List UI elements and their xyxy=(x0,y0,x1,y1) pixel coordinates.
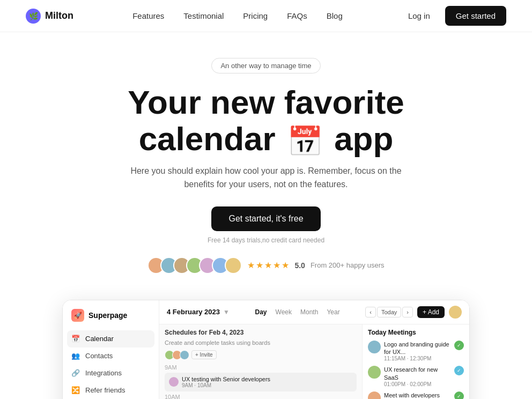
time-10am: 10AM xyxy=(165,394,357,399)
hero-title-line1: Your new favorite xyxy=(128,84,404,121)
calendar-header: Schedules for Feb 4, 2023 xyxy=(165,329,357,336)
event-title-1: UX testing with Senior developers xyxy=(182,376,352,382)
meeting-avatar-1 xyxy=(368,341,381,353)
hero-title: Your new favorite calendar 📅 app xyxy=(26,84,506,158)
event-time-1: 9AM · 10AM xyxy=(182,382,352,388)
rating-value: 5.0 xyxy=(294,261,305,270)
hero-cta-note: Free 14 days trials,no credit card neede… xyxy=(26,237,506,244)
topbar-right: ‹ Today › + Add xyxy=(365,306,462,319)
meeting-item-3: Meet with developers about UI... 05:10PM… xyxy=(368,391,464,399)
sidebar-logo-text: Superpage xyxy=(88,311,127,320)
integrations-icon: 🔗 xyxy=(71,369,80,378)
hero-title-line2: calendar xyxy=(139,120,276,157)
add-button[interactable]: + Add xyxy=(417,306,445,318)
sidebar-item-contacts[interactable]: 👥 Contacts xyxy=(63,348,159,365)
meetings-column: Today Meetings Logo and branding guide f… xyxy=(362,324,469,399)
hero-subtitle: Here you should explain how cool your ap… xyxy=(127,164,405,191)
today-button[interactable]: Today xyxy=(377,307,401,317)
calendar-column: Schedules for Feb 4, 2023 Create and com… xyxy=(159,324,362,399)
time-9am: 9AM xyxy=(165,364,357,371)
meeting-item-2: UX research for new SaaS 01:00PM · 02:00… xyxy=(368,366,464,387)
star-3: ★ xyxy=(264,260,272,270)
view-week-button[interactable]: Week xyxy=(272,307,295,317)
meeting-info-1: Logo and branding guide for UX... 11:15A… xyxy=(384,341,451,362)
meeting-info-2: UX research for new SaaS 01:00PM · 02:00… xyxy=(384,366,451,387)
event-ux-testing[interactable]: UX testing with Senior developers 9AM · … xyxy=(165,373,357,391)
user-avatar xyxy=(449,306,462,319)
meeting-avatar-3 xyxy=(368,391,381,399)
navbar: 🌿 Milton Features Testimonial Pricing FA… xyxy=(0,0,532,32)
get-started-button[interactable]: Get started xyxy=(445,6,506,26)
refer-icon: 🔀 xyxy=(71,386,80,395)
app-window: 🚀 Superpage 📅 Calendar 👥 Contacts 🔗 Inte… xyxy=(62,300,470,399)
meeting-title-3: Meet with developers about UI... xyxy=(384,391,451,399)
view-day-button[interactable]: Day xyxy=(252,307,270,317)
calendar-sub: Create and complete tasks using boards xyxy=(165,339,357,346)
calendar-invite: + Invite xyxy=(165,350,357,360)
meeting-time-2: 01:00PM · 02:00PM xyxy=(384,381,451,387)
meeting-title-1: Logo and branding guide for UX... xyxy=(384,341,451,356)
star-1: ★ xyxy=(247,260,255,270)
meeting-status-2: ✓ xyxy=(454,366,464,375)
next-button[interactable]: › xyxy=(402,307,413,317)
meeting-status-1: ✓ xyxy=(454,341,464,350)
hero-cta-button[interactable]: Get started, it's free xyxy=(211,206,320,231)
sidebar-label-integrations: Integrations xyxy=(85,369,122,377)
happy-users-text: From 200+ happy users xyxy=(311,261,385,269)
nav-link-pricing[interactable]: Pricing xyxy=(243,11,268,20)
avatar-7 xyxy=(225,257,242,274)
event-icon-1 xyxy=(169,377,179,387)
app-calendar-area: Schedules for Feb 4, 2023 Create and com… xyxy=(159,324,469,399)
meeting-status-3: ✓ xyxy=(454,391,464,399)
login-button[interactable]: Log in xyxy=(402,7,437,25)
contacts-icon: 👥 xyxy=(71,352,80,360)
logo-text: Milton xyxy=(45,10,73,21)
sidebar-label-contacts: Contacts xyxy=(85,352,113,360)
topbar-date-text: 4 February 2023 xyxy=(167,308,220,316)
meeting-item-1: Logo and branding guide for UX... 11:15A… xyxy=(368,341,464,362)
nav-link-testimonial[interactable]: Testimonial xyxy=(183,11,224,20)
invite-avatars xyxy=(165,350,189,360)
hero-title-line3: app xyxy=(334,120,393,157)
meeting-time-1: 11:15AM · 12:30PM xyxy=(384,356,451,361)
app-topbar: 4 February 2023 ▼ Day Week Month Year ‹ … xyxy=(159,300,469,324)
topbar-date-chevron-icon: ▼ xyxy=(223,308,230,316)
topbar-views: Day Week Month Year xyxy=(252,307,343,317)
event-info-1: UX testing with Senior developers 9AM · … xyxy=(182,376,352,388)
sidebar-logo-icon: 🚀 xyxy=(71,309,84,322)
nav-link-faqs[interactable]: FAQs xyxy=(287,11,307,20)
sidebar-item-integrations[interactable]: 🔗 Integrations xyxy=(63,365,159,382)
view-year-button[interactable]: Year xyxy=(323,307,343,317)
sidebar-item-calendar[interactable]: 📅 Calendar xyxy=(67,330,154,348)
app-sidebar: 🚀 Superpage 📅 Calendar 👥 Contacts 🔗 Inte… xyxy=(63,300,159,399)
nav-logo[interactable]: 🌿 Milton xyxy=(26,9,73,24)
meeting-title-2: UX research for new SaaS xyxy=(384,366,451,381)
app-preview-section: 🚀 Superpage 📅 Calendar 👥 Contacts 🔗 Inte… xyxy=(0,291,532,399)
calendar-icon: 📅 xyxy=(71,335,80,343)
logo-icon: 🌿 xyxy=(26,9,41,24)
invite-button[interactable]: + Invite xyxy=(191,350,217,359)
nav-link-features[interactable]: Features xyxy=(132,11,164,20)
prev-button[interactable]: ‹ xyxy=(365,307,376,317)
nav-actions: Log in Get started xyxy=(402,6,506,26)
avatar-group xyxy=(147,257,242,274)
star-4: ★ xyxy=(273,260,280,270)
app-main-content: 4 February 2023 ▼ Day Week Month Year ‹ … xyxy=(159,300,469,399)
sidebar-logo: 🚀 Superpage xyxy=(63,309,159,330)
hero-badge: An other way to manage time xyxy=(211,58,320,73)
invite-av-3 xyxy=(180,350,189,360)
meetings-title: Today Meetings xyxy=(368,329,464,336)
hero-section: An other way to manage time Your new fav… xyxy=(0,32,532,291)
meeting-avatar-2 xyxy=(368,366,381,379)
view-month-button[interactable]: Month xyxy=(297,307,321,317)
sidebar-label-calendar: Calendar xyxy=(85,335,114,343)
calendar-emoji-icon: 📅 xyxy=(287,125,323,157)
sidebar-label-refer: Refer friends xyxy=(85,386,125,394)
sidebar-item-refer[interactable]: 🔀 Refer friends xyxy=(63,382,159,399)
nav-link-blog[interactable]: Blog xyxy=(327,11,343,20)
star-2: ★ xyxy=(256,260,263,270)
nav-links: Features Testimonial Pricing FAQs Blog xyxy=(132,11,343,21)
stars-group: ★ ★ ★ ★ ★ xyxy=(247,260,289,270)
star-5: ★ xyxy=(282,260,289,270)
hero-social-proof: ★ ★ ★ ★ ★ 5.0 From 200+ happy users xyxy=(26,257,506,274)
